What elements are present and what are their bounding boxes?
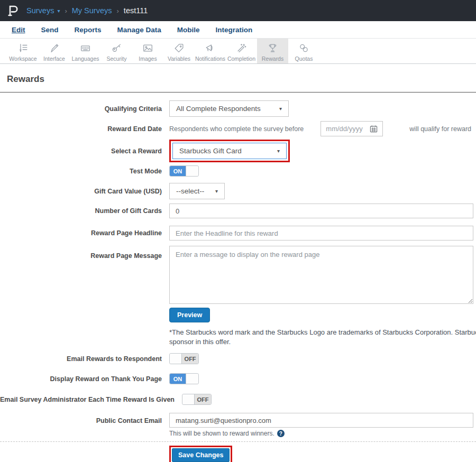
reward-end-date-pre-text: Respondents who complete the survey befo… bbox=[169, 125, 304, 133]
toolbar-item-security[interactable]: Security bbox=[101, 39, 132, 63]
test-mode-label: Test Mode bbox=[0, 168, 169, 175]
toolbar-label: Rewards bbox=[262, 56, 283, 62]
gift-card-value-select[interactable]: --select-- ▾ bbox=[169, 183, 225, 199]
gift-card-value-row: Gift Card Value (USD) --select-- ▾ bbox=[0, 183, 476, 199]
qualifying-criteria-value: All Complete Respondents bbox=[176, 105, 261, 113]
toggle-knob bbox=[186, 374, 198, 384]
annotation-highlight-box: Starbucks Gift Card ▾ bbox=[169, 140, 290, 162]
breadcrumb-separator: › bbox=[65, 7, 67, 15]
toolbar-item-quotas[interactable]: Quotas bbox=[288, 39, 319, 63]
trophy-icon bbox=[266, 42, 279, 54]
page-title: Rewards bbox=[7, 74, 476, 85]
save-row: Save Changes bbox=[0, 446, 476, 462]
gift-card-value-label: Gift Card Value (USD) bbox=[0, 188, 169, 195]
select-reward-value: Starbucks Gift Card bbox=[179, 147, 242, 155]
public-contact-email-label: Public Contact Email bbox=[0, 413, 169, 424]
megaphone-icon bbox=[204, 42, 217, 54]
number-of-gift-cards-label: Number of Gift Cards bbox=[0, 207, 169, 215]
email-rewards-label: Email Rewards to Respondent bbox=[0, 355, 169, 363]
reward-page-message-textarea[interactable] bbox=[169, 246, 473, 304]
display-reward-toggle[interactable]: ON bbox=[169, 373, 199, 384]
reward-page-headline-label: Reward Page Headline bbox=[0, 229, 169, 237]
chain-link-icon bbox=[297, 42, 310, 54]
magic-wand-icon bbox=[235, 42, 248, 54]
key-icon bbox=[110, 42, 123, 54]
number-of-gift-cards-input[interactable] bbox=[169, 204, 473, 218]
toolbar-item-languages[interactable]: Languages bbox=[70, 39, 101, 63]
toolbar-label: Security bbox=[107, 56, 127, 62]
toolbar-label: Variables bbox=[168, 56, 190, 62]
save-changes-button[interactable]: Save Changes bbox=[172, 448, 230, 462]
toolbar-item-completion[interactable]: Completion bbox=[226, 39, 257, 63]
toggle-knob bbox=[170, 354, 182, 364]
toolbar-item-notifications[interactable]: Notifications bbox=[195, 39, 226, 63]
rewards-form: Qualifying Criteria All Complete Respond… bbox=[0, 100, 476, 462]
image-icon bbox=[141, 42, 154, 54]
tab-reports[interactable]: Reports bbox=[75, 26, 102, 34]
select-reward-select[interactable]: Starbucks Gift Card ▾ bbox=[172, 143, 287, 159]
test-mode-row: Test Mode ON bbox=[0, 165, 476, 177]
date-placeholder: mm/dd/yyyy bbox=[326, 125, 362, 133]
tab-integration[interactable]: Integration bbox=[216, 26, 253, 34]
chevron-down-icon[interactable]: ▾ bbox=[57, 8, 60, 14]
reward-end-date-post-text: will qualify for reward bbox=[409, 125, 471, 133]
toggle-state-label: ON bbox=[170, 166, 186, 176]
preview-button[interactable]: Preview bbox=[169, 308, 210, 322]
tab-mobile[interactable]: Mobile bbox=[177, 26, 200, 34]
toggle-knob bbox=[186, 166, 198, 176]
display-reward-label: Display Reward on Thank You Page bbox=[0, 375, 169, 383]
qualifying-criteria-select[interactable]: All Complete Respondents ▾ bbox=[169, 100, 289, 117]
chevron-down-icon: ▾ bbox=[215, 188, 218, 194]
reward-end-date-input[interactable]: mm/dd/yyyy bbox=[321, 121, 383, 136]
breadcrumb-survey-name: test111 bbox=[124, 6, 148, 15]
email-admin-row: Email Survey Administrator Each Time Rew… bbox=[0, 394, 476, 405]
reward-page-headline-row: Reward Page Headline bbox=[0, 226, 476, 241]
toggle-state-label: OFF bbox=[182, 354, 198, 364]
chevron-down-icon: ▾ bbox=[277, 148, 280, 154]
breadcrumb: Surveys ▾ › My Surveys › test111 bbox=[26, 6, 148, 15]
section-dashed-divider bbox=[0, 441, 476, 442]
public-contact-email-help: This will be shown to reward winners. ? bbox=[169, 430, 473, 437]
display-reward-row: Display Reward on Thank You Page ON bbox=[0, 373, 476, 384]
select-reward-row: Select a Reward Starbucks Gift Card ▾ bbox=[0, 140, 476, 162]
select-reward-label: Select a Reward bbox=[0, 147, 169, 155]
toolbar-label: Images bbox=[139, 56, 157, 62]
workspace-pen-icon bbox=[16, 42, 30, 54]
qualifying-criteria-row: Qualifying Criteria All Complete Respond… bbox=[0, 100, 476, 117]
reward-end-date-row: Reward End Date Respondents who complete… bbox=[0, 121, 476, 136]
public-contact-email-row: Public Contact Email This will be shown … bbox=[0, 413, 476, 437]
reward-end-date-label: Reward End Date bbox=[0, 125, 169, 133]
toolbar-item-workspace[interactable]: Workspace bbox=[7, 39, 39, 63]
toolbar-label: Completion bbox=[227, 56, 255, 62]
tab-edit[interactable]: Edit bbox=[12, 26, 25, 34]
tab-manage-data[interactable]: Manage Data bbox=[117, 26, 161, 34]
reward-page-headline-input[interactable] bbox=[169, 226, 473, 241]
breadcrumb-surveys-link[interactable]: Surveys bbox=[26, 6, 54, 15]
toolbar-label: Notifications bbox=[195, 56, 225, 62]
chevron-down-icon: ▾ bbox=[279, 106, 282, 112]
toolbar-item-interface[interactable]: Interface bbox=[39, 39, 70, 63]
email-rewards-toggle[interactable]: OFF bbox=[169, 353, 199, 364]
tab-send[interactable]: Send bbox=[41, 26, 59, 34]
disclaimer-line-1: *The Starbucks word mark and the Starbuc… bbox=[169, 328, 476, 337]
toolbar-label: Quotas bbox=[295, 56, 313, 62]
breadcrumb-separator: › bbox=[117, 7, 119, 15]
starbucks-disclaimer-text: *The Starbucks word mark and the Starbuc… bbox=[169, 328, 476, 346]
questionpro-logo-icon[interactable] bbox=[7, 4, 19, 17]
test-mode-toggle[interactable]: ON bbox=[169, 165, 199, 177]
top-header-bar: Surveys ▾ › My Surveys › test111 bbox=[0, 0, 476, 21]
public-contact-email-input[interactable] bbox=[169, 413, 473, 428]
toolbar-item-images[interactable]: Images bbox=[132, 39, 163, 63]
toolbar-item-rewards[interactable]: Rewards bbox=[257, 39, 288, 63]
toolbar-label: Workspace bbox=[9, 56, 36, 62]
email-admin-label: Email Survey Administrator Each Time Rew… bbox=[0, 396, 182, 403]
keyboard-icon bbox=[79, 42, 92, 54]
toolbar-item-variables[interactable]: Variables bbox=[163, 39, 195, 63]
reward-page-message-label: Reward Page Message bbox=[0, 246, 169, 260]
toggle-state-label: OFF bbox=[195, 394, 211, 404]
email-admin-toggle[interactable]: OFF bbox=[182, 394, 212, 405]
help-question-icon[interactable]: ? bbox=[277, 430, 285, 437]
calendar-icon[interactable] bbox=[370, 125, 378, 133]
disclaimer-line-2: sponsor in this offer. bbox=[169, 338, 231, 346]
breadcrumb-my-surveys-link[interactable]: My Surveys bbox=[72, 6, 112, 15]
